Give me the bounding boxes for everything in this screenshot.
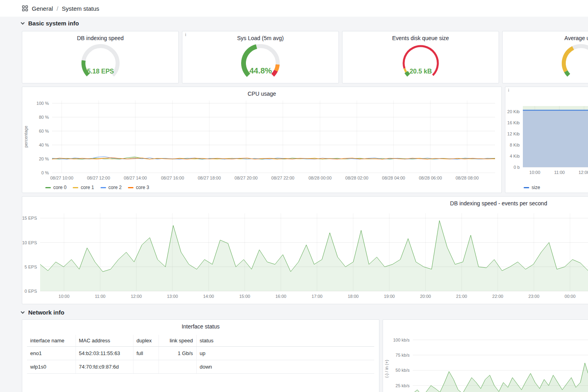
svg-text:8 Kib: 8 Kib bbox=[510, 143, 520, 147]
table-header-row: interface nameMAC addressduplexlink spee… bbox=[27, 335, 374, 347]
legend-item-core-0[interactable]: core 0 bbox=[45, 185, 66, 190]
svg-text:20.5 kB: 20.5 kB bbox=[410, 68, 432, 75]
column-header[interactable]: interface name bbox=[27, 335, 75, 347]
svg-text:15 EPS: 15 EPS bbox=[22, 216, 37, 220]
chevron-down-icon bbox=[21, 310, 25, 314]
svg-text:40 %: 40 % bbox=[39, 143, 49, 147]
chevron-down-icon bbox=[21, 21, 25, 25]
svg-text:08/28 00:00: 08/28 00:00 bbox=[309, 176, 332, 180]
info-icon[interactable]: i bbox=[185, 33, 186, 37]
db-indexing-speed-gauge: 5.18 EPS bbox=[71, 40, 130, 85]
table-cell: full bbox=[133, 347, 159, 360]
svg-text:08/27 22:00: 08/27 22:00 bbox=[271, 176, 294, 180]
column-header[interactable]: duplex bbox=[133, 335, 159, 347]
svg-text:14:00: 14:00 bbox=[203, 294, 214, 299]
svg-text:100 %: 100 % bbox=[37, 101, 49, 106]
svg-text:08/28 02:00: 08/28 02:00 bbox=[345, 176, 368, 180]
table-cell bbox=[159, 360, 196, 374]
svg-text:0 %: 0 % bbox=[41, 170, 49, 175]
panel-title[interactable]: Interface status bbox=[22, 320, 379, 331]
svg-text:08/27 12:00: 08/27 12:00 bbox=[87, 176, 110, 180]
legend-swatch bbox=[524, 187, 529, 188]
table-cell bbox=[133, 360, 159, 374]
table-row[interactable]: wlp1s074:70:fd:c9:87:6ddown bbox=[27, 360, 374, 374]
legend-label: core 0 bbox=[53, 185, 66, 190]
svg-text:11:00: 11:00 bbox=[554, 170, 565, 175]
svg-text:16:00: 16:00 bbox=[275, 294, 286, 299]
svg-text:17:00: 17:00 bbox=[311, 294, 323, 299]
svg-text:10:00: 10:00 bbox=[58, 294, 70, 299]
svg-text:12 Kib: 12 Kib bbox=[507, 131, 520, 136]
table-cell: 74:70:fd:c9:87:6d bbox=[75, 360, 133, 374]
table-cell: wlp1s0 bbox=[27, 360, 75, 374]
legend-swatch bbox=[73, 187, 78, 188]
svg-text:0 EPS: 0 EPS bbox=[25, 289, 37, 294]
events-disk-queue-chart[interactable]: 0 b4 Kib8 Kib12 Kib16 Kib20 Kib10:0011:0… bbox=[505, 97, 588, 185]
svg-text:80 %: 80 % bbox=[39, 115, 49, 120]
section-basic-system-info[interactable]: Basic system info bbox=[22, 20, 79, 27]
breadcrumb-separator: / bbox=[56, 5, 58, 12]
legend-label: core 2 bbox=[108, 185, 122, 190]
panel-title[interactable]: CPU usage bbox=[22, 87, 501, 98]
section-network-info[interactable]: Network info bbox=[22, 309, 64, 316]
legend-item-size[interactable]: size bbox=[524, 185, 540, 190]
legend-label: size bbox=[532, 185, 540, 190]
svg-text:0 b: 0 b bbox=[514, 165, 520, 170]
table-cell: up bbox=[196, 347, 374, 360]
queue-size-legend: size bbox=[524, 185, 546, 190]
panel-title[interactable]: DB indexing speed - events per second bbox=[22, 197, 588, 208]
breadcrumb-section[interactable]: General bbox=[32, 5, 53, 12]
legend-item-core-1[interactable]: core 1 bbox=[73, 185, 94, 190]
svg-text:23:00: 23:00 bbox=[528, 294, 540, 299]
svg-text:75 kb/s: 75 kb/s bbox=[396, 353, 410, 357]
average-upstream-gauge bbox=[551, 40, 588, 85]
network-traffic-chart[interactable]: 25 kb/s50 kb/s75 kb/s100 kb/s(-) / in (+… bbox=[383, 328, 588, 392]
section-title: Basic system info bbox=[28, 20, 79, 27]
legend-item-core-2[interactable]: core 2 bbox=[101, 185, 122, 190]
breadcrumb-page: System status bbox=[62, 5, 99, 12]
info-icon[interactable]: i bbox=[508, 88, 509, 93]
svg-text:20:00: 20:00 bbox=[420, 294, 431, 299]
db-indexing-speed-chart[interactable]: 0 EPS5 EPS10 EPS15 EPS10:0011:0012:0013:… bbox=[22, 207, 588, 305]
svg-text:100 kb/s: 100 kb/s bbox=[393, 338, 410, 342]
svg-text:16 Kib: 16 Kib bbox=[507, 120, 520, 125]
panel-events-disk-queue-gauge: Events disk queue size 20.5 kB bbox=[342, 31, 499, 83]
svg-text:08/28 08:00: 08/28 08:00 bbox=[456, 176, 479, 180]
svg-text:25 kb/s: 25 kb/s bbox=[396, 383, 410, 388]
legend-item-core-3[interactable]: core 3 bbox=[128, 185, 149, 190]
svg-text:(-) / in (+): (-) / in (+) bbox=[384, 360, 389, 378]
column-header[interactable]: MAC address bbox=[75, 335, 133, 347]
dashboard-header: General / System status bbox=[0, 0, 588, 17]
table-row[interactable]: eno154:b2:03:11:55:63full1 Gb/sup bbox=[27, 347, 374, 360]
svg-text:08/27 10:00: 08/27 10:00 bbox=[50, 176, 73, 180]
svg-text:20 Kib: 20 Kib bbox=[507, 109, 520, 114]
panel-interface-status: Interface status interface nameMAC addre… bbox=[22, 319, 379, 392]
svg-text:00:00: 00:00 bbox=[565, 294, 576, 299]
apps-grid-icon bbox=[22, 5, 28, 12]
column-header[interactable]: status bbox=[196, 335, 374, 347]
cpu-usage-chart[interactable]: 0 %20 %40 %60 %80 %100 %08/27 10:0008/27… bbox=[22, 97, 502, 185]
table-cell: 54:b2:03:11:55:63 bbox=[75, 347, 133, 360]
legend-label: core 1 bbox=[81, 185, 94, 190]
svg-text:13:00: 13:00 bbox=[167, 294, 178, 299]
svg-text:08/27 14:00: 08/27 14:00 bbox=[124, 176, 147, 180]
svg-text:19:00: 19:00 bbox=[384, 294, 395, 299]
events-disk-queue-gauge: 20.5 kB bbox=[391, 40, 451, 85]
panel-db-indexing-speed-gauge: DB indexing speed 5.18 EPS bbox=[22, 31, 179, 83]
svg-text:50 kb/s: 50 kb/s bbox=[396, 368, 410, 373]
column-header[interactable]: link speed bbox=[159, 335, 196, 347]
svg-text:10 EPS: 10 EPS bbox=[22, 240, 37, 245]
svg-text:15:00: 15:00 bbox=[239, 294, 250, 299]
svg-text:12:00: 12:00 bbox=[578, 170, 588, 175]
svg-text:08/27 20:00: 08/27 20:00 bbox=[234, 176, 257, 180]
panel-db-indexing-speed-chart: DB indexing speed - events per second 0 … bbox=[22, 196, 588, 304]
svg-text:5.18 EPS: 5.18 EPS bbox=[87, 68, 114, 75]
panel-events-disk-queue-chart: i 0 b4 Kib8 Kib12 Kib16 Kib20 Kib10:0011… bbox=[505, 87, 588, 193]
svg-text:4 Kib: 4 Kib bbox=[510, 154, 520, 158]
legend-swatch bbox=[128, 187, 133, 188]
svg-text:08/28 04:00: 08/28 04:00 bbox=[382, 176, 405, 180]
svg-text:08/28 06:00: 08/28 06:00 bbox=[419, 176, 442, 180]
legend-swatch bbox=[45, 187, 51, 188]
svg-text:08/27 16:00: 08/27 16:00 bbox=[161, 176, 184, 180]
panel-cpu-usage: CPU usage 0 %20 %40 %60 %80 %100 %08/27 … bbox=[22, 87, 502, 193]
